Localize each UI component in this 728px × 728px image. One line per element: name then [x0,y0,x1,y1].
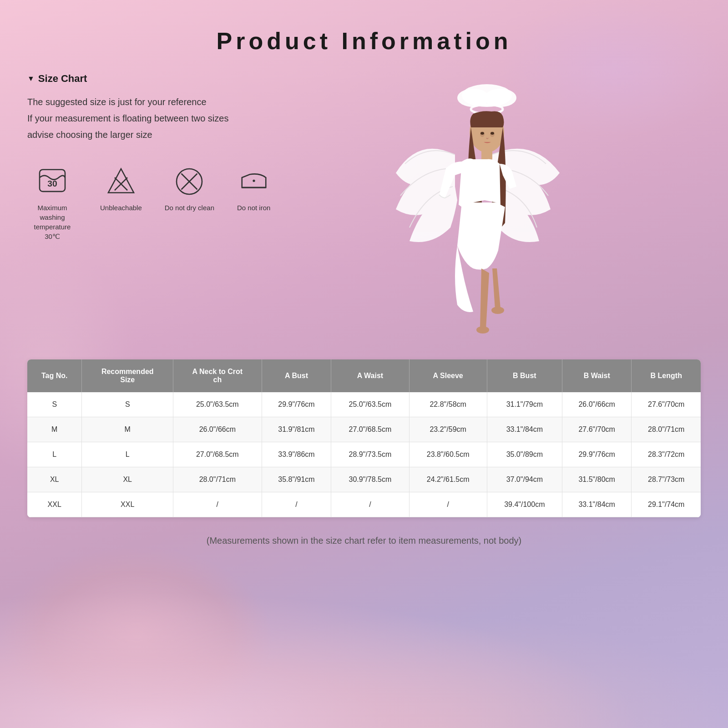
table-cell: 31.9"/81cm [262,417,331,442]
table-cell: 27.6"/70cm [562,417,632,442]
table-cell: XL [27,467,82,492]
table-row: SS25.0"/63.5cm29.9"/76cm25.0"/63.5cm22.8… [27,392,701,417]
table-cell: 31.5"/80cm [562,467,632,492]
table-cell: 28.0"/71cm [173,467,262,492]
col-a-neck-crotch: A Neck to Crotch [173,359,262,392]
col-tag-no: Tag No. [27,359,82,392]
col-recommended-size: RecommendedSize [82,359,173,392]
col-a-bust: A Bust [262,359,331,392]
table-cell: 22.8"/58cm [409,392,487,417]
table-cell: XL [82,467,173,492]
care-icon-no-iron: Do not iron [237,166,270,212]
table-cell: 33.1"/84cm [562,492,632,517]
table-cell: 29.1"/74cm [632,492,701,517]
care-icon-no-dry-clean: Do not dry clean [165,166,214,212]
table-cell: XXL [82,492,173,517]
triangle-icon: ▼ [27,75,35,83]
table-cell: 31.1"/79cm [487,392,562,417]
table-header-row: Tag No. RecommendedSize A Neck to Crotch… [27,359,701,392]
angel-costume-svg [382,73,564,355]
table-body: SS25.0"/63.5cm29.9"/76cm25.0"/63.5cm22.8… [27,392,701,517]
no-iron-label: Do not iron [237,203,270,212]
table-cell: 28.3"/72cm [632,442,701,467]
table-cell: 29.9"/76cm [562,442,632,467]
size-table-container: Tag No. RecommendedSize A Neck to Crotch… [27,359,701,517]
table-cell: 35.8"/91cm [262,467,331,492]
table-cell: 27.0"/68.5cm [331,417,409,442]
wash-label: Maximum washing temperature 30℃ [27,203,77,241]
svg-point-21 [490,132,494,135]
table-cell: M [27,417,82,442]
table-cell: / [331,492,409,517]
care-icon-wash: 30 Maximum washing temperature 30℃ [27,166,77,241]
page-title: Product Information [27,18,701,55]
table-row: XLXL28.0"/71cm35.8"/91cm30.9"/78.5cm24.2… [27,467,701,492]
svg-point-9 [253,180,255,182]
svg-point-17 [491,307,504,314]
table-cell: 33.9"/86cm [262,442,331,467]
table-cell: S [27,392,82,417]
table-cell: 37.0"/94cm [487,467,562,492]
table-cell: 25.0"/63.5cm [331,392,409,417]
svg-text:30: 30 [47,179,57,188]
col-a-sleeve: A Sleeve [409,359,487,392]
table-cell: / [173,492,262,517]
col-b-length: B Length [632,359,701,392]
no-dry-clean-icon [173,166,205,197]
svg-marker-2 [108,169,134,193]
table-row: LL27.0"/68.5cm33.9"/86cm28.9"/73.5cm23.8… [27,442,701,467]
care-icons-container: 30 Maximum washing temperature 30℃ [27,166,346,241]
size-chart-section-title: ▼ Size Chart [27,73,346,85]
table-cell: 26.0"/66cm [173,417,262,442]
table-cell: 28.7"/73cm [632,467,701,492]
table-cell: S [82,392,173,417]
table-cell: 24.2"/61.5cm [409,467,487,492]
svg-rect-15 [481,149,492,161]
svg-point-20 [480,132,484,135]
table-cell: 25.0"/63.5cm [173,392,262,417]
table-cell: L [27,442,82,467]
table-cell: 23.8"/60.5cm [409,442,487,467]
table-cell: 35.0"/89cm [487,442,562,467]
footer-note: (Measurements shown in the size chart re… [27,536,701,546]
table-cell: 30.9"/78.5cm [331,467,409,492]
table-cell: M [82,417,173,442]
table-cell: XXL [27,492,82,517]
table-cell: 39.4"/100cm [487,492,562,517]
table-cell: 26.0"/66cm [562,392,632,417]
table-cell: 28.9"/73.5cm [331,442,409,467]
table-cell: 23.2"/59cm [409,417,487,442]
care-icon-no-bleach: Unbleachable [100,166,142,212]
col-b-waist: B Waist [562,359,632,392]
table-cell: / [262,492,331,517]
size-table: Tag No. RecommendedSize A Neck to Crotch… [27,359,701,517]
svg-point-16 [476,326,489,334]
product-image [382,73,564,346]
table-cell: 29.9"/76cm [262,392,331,417]
no-bleach-label: Unbleachable [100,203,142,212]
col-a-waist: A Waist [331,359,409,392]
col-b-bust: B Bust [487,359,562,392]
table-row: MM26.0"/66cm31.9"/81cm27.0"/68.5cm23.2"/… [27,417,701,442]
table-cell: 27.0"/68.5cm [173,442,262,467]
table-row: XXLXXL////39.4"/100cm33.1"/84cm29.1"/74c… [27,492,701,517]
table-cell: 28.0"/71cm [632,417,701,442]
no-bleach-icon [105,166,137,197]
table-cell: 33.1"/84cm [487,417,562,442]
table-cell: L [82,442,173,467]
no-iron-icon [238,166,270,197]
table-cell: / [409,492,487,517]
size-chart-description: The suggested size is just for your refe… [27,94,346,143]
wash-icon: 30 [36,166,68,197]
table-cell: 27.6"/70cm [632,392,701,417]
no-dry-clean-label: Do not dry clean [165,203,214,212]
